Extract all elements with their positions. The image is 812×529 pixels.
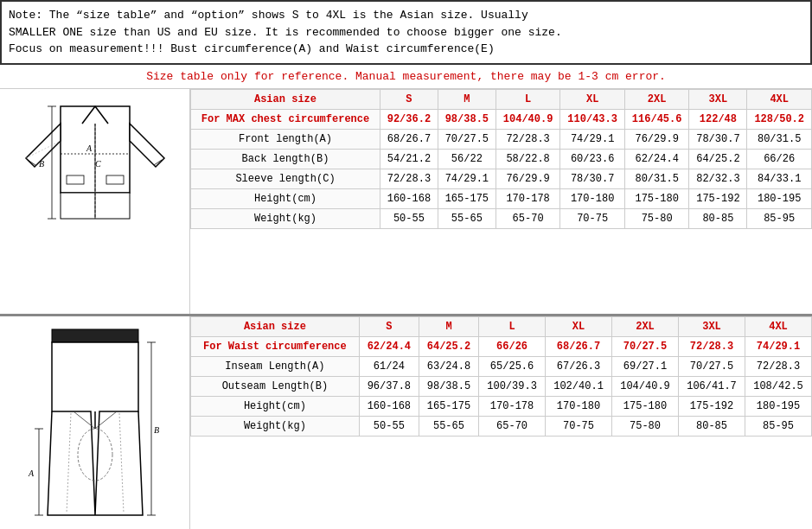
top-asian-size-label: Asian size (191, 89, 380, 109)
cell-value: 80-85 (689, 208, 747, 228)
bottom-col-s: S (359, 316, 419, 336)
table-row: Height(cm)160-168165-175170-178170-18017… (191, 188, 812, 208)
cell-value: 98/38.5 (438, 109, 496, 129)
svg-rect-20 (52, 329, 138, 342)
top-col-3xl: 3XL (689, 89, 747, 109)
cell-value: 72/28.3 (380, 169, 438, 188)
cell-value: 64/25.2 (689, 149, 747, 169)
cell-value: 104/40.9 (612, 376, 679, 396)
cell-value: 102/40.1 (546, 376, 612, 396)
row-label: Weight(kg) (191, 416, 360, 436)
cell-value: 66/26 (747, 149, 812, 169)
note-line3: Focus on measurement!!! Bust circumferen… (9, 41, 803, 58)
row-label: Sleeve length(C) (191, 169, 380, 188)
row-label: Outseam Length(B) (191, 376, 360, 396)
cell-value: 108/42.5 (745, 376, 811, 396)
cell-value: 165-175 (438, 188, 496, 208)
cell-value: 104/40.9 (496, 109, 560, 129)
reference-text: Size table only for reference. Manual me… (146, 70, 666, 83)
cell-value: 165-175 (419, 396, 478, 416)
cell-value: 160-168 (359, 396, 419, 416)
cell-value: 106/41.7 (679, 376, 745, 396)
row-label: Height(cm) (191, 188, 380, 208)
top-header-row: Asian size S M L XL 2XL 3XL 4XL (191, 89, 812, 109)
cell-value: 67/26.3 (546, 356, 612, 376)
top-col-l: L (496, 89, 560, 109)
cell-value: 82/32.3 (689, 169, 747, 188)
cell-value: 50-55 (380, 208, 438, 228)
cell-value: 75-80 (612, 416, 679, 436)
cell-value: 100/39.3 (479, 376, 546, 396)
cell-value: 96/37.8 (359, 376, 419, 396)
cell-value: 75-80 (624, 208, 689, 228)
cell-value: 63/24.8 (419, 356, 478, 376)
reference-section: Size table only for reference. Manual me… (0, 65, 812, 89)
pants-diagram: A B (0, 316, 190, 530)
cell-value: 62/24.4 (359, 336, 419, 356)
bottom-section: A B Asian size S M L XL 2XL 3XL (0, 316, 812, 530)
cell-value: 85-95 (747, 208, 812, 228)
cell-value: 80/31.5 (624, 169, 689, 188)
cell-value: 78/30.7 (689, 129, 747, 149)
cell-value: 175-180 (612, 396, 679, 416)
table-row: Back length(B)54/21.256/2258/22.860/23.6… (191, 149, 812, 169)
row-label: Front length(A) (191, 129, 380, 149)
cell-value: 76/29.9 (496, 169, 560, 188)
top-col-m: M (438, 89, 496, 109)
bottom-asian-size-label: Asian size (191, 316, 360, 336)
top-col-4xl: 4XL (747, 89, 812, 109)
table-row: Front length(A)68/26.770/27.572/28.374/2… (191, 129, 812, 149)
cell-value: 65-70 (479, 416, 546, 436)
bottom-col-2xl: 2XL (612, 316, 679, 336)
cell-value: 68/26.7 (546, 336, 612, 356)
svg-text:B: B (154, 425, 159, 435)
cell-value: 85-95 (745, 416, 811, 436)
svg-text:B: B (39, 159, 44, 169)
table-row: Outseam Length(B)96/37.898/38.5100/39.31… (191, 376, 812, 396)
cell-value: 70/27.5 (438, 129, 496, 149)
top-col-s: S (380, 89, 438, 109)
svg-line-34 (119, 413, 124, 513)
cell-value: 92/36.2 (380, 109, 438, 129)
top-size-table: Asian size S M L XL 2XL 3XL 4XL For MAX … (190, 89, 812, 229)
cell-value: 61/24 (359, 356, 419, 376)
cell-value: 55-65 (419, 416, 478, 436)
cell-value: 66/26 (479, 336, 546, 356)
svg-text:C: C (95, 159, 101, 169)
cell-value: 50-55 (359, 416, 419, 436)
row-label: For Waist circumference (191, 336, 360, 356)
bottom-col-4xl: 4XL (745, 316, 811, 336)
svg-line-33 (67, 413, 71, 513)
cell-value: 65/25.6 (479, 356, 546, 376)
table-row: Height(cm)160-168165-175170-178170-18017… (191, 396, 812, 416)
table-row: For Waist circumference62/24.464/25.266/… (191, 336, 812, 356)
bottom-col-l: L (479, 316, 546, 336)
cell-value: 170-180 (546, 396, 612, 416)
top-col-2xl: 2XL (624, 89, 689, 109)
cell-value: 55-65 (438, 208, 496, 228)
cell-value: 98/38.5 (419, 376, 478, 396)
table-row: Weight(kg)50-5555-6565-7070-7575-8080-85… (191, 416, 812, 436)
cell-value: 58/22.8 (496, 149, 560, 169)
cell-value: 170-178 (479, 396, 546, 416)
bottom-col-xl: XL (546, 316, 612, 336)
cell-value: 175-192 (689, 188, 747, 208)
cell-value: 65-70 (496, 208, 560, 228)
cell-value: 74/29.1 (745, 336, 811, 356)
bottom-table-container: Asian size S M L XL 2XL 3XL 4XL For Wais… (190, 316, 812, 530)
table-row: Weight(kg)50-5555-6565-7070-7575-8080-85… (191, 208, 812, 228)
cell-value: 180-195 (745, 396, 811, 416)
cell-value: 170-180 (560, 188, 625, 208)
svg-text:A: A (86, 143, 93, 153)
cell-value: 74/29.1 (560, 129, 625, 149)
cell-value: 74/29.1 (438, 169, 496, 188)
cell-value: 72/28.3 (745, 356, 811, 376)
cell-value: 170-178 (496, 188, 560, 208)
cell-value: 175-180 (624, 188, 689, 208)
cell-value: 62/24.4 (624, 149, 689, 169)
row-label: Inseam Length(A) (191, 356, 360, 376)
cell-value: 84/33.1 (747, 169, 812, 188)
cell-value: 160-168 (380, 188, 438, 208)
cell-value: 70/27.5 (679, 356, 745, 376)
top-col-xl: XL (560, 89, 625, 109)
